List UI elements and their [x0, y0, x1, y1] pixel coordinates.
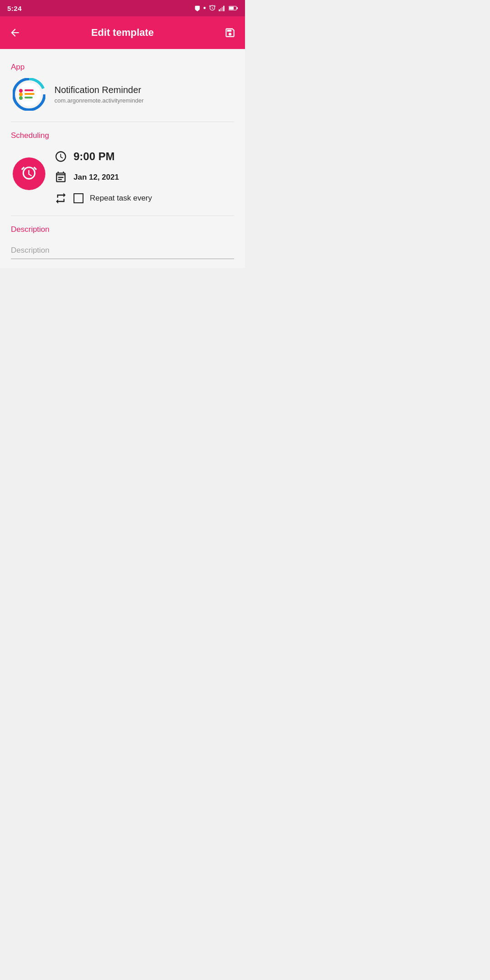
app-name: Notification Reminder: [54, 85, 144, 95]
svg-rect-7: [229, 7, 234, 10]
time-row[interactable]: 9:00 PM: [54, 150, 152, 163]
scheduling-section-label: Scheduling: [11, 131, 234, 140]
description-section: Description: [11, 225, 234, 259]
description-section-label: Description: [11, 225, 234, 234]
date-row[interactable]: Jan 12, 2021: [54, 171, 152, 184]
notification-icon: [194, 5, 201, 11]
svg-point-12: [19, 89, 23, 93]
dot-indicator: •: [203, 4, 206, 13]
svg-point-13: [19, 93, 23, 96]
app-row: Notification Reminder com.argonremote.ac…: [11, 78, 234, 111]
calendar-icon: [54, 171, 67, 184]
svg-rect-3: [220, 8, 221, 11]
app-icon: [13, 78, 45, 111]
repeat-checkbox[interactable]: [74, 193, 83, 203]
scheduling-details: 9:00 PM Jan 12, 2021 Repe: [54, 147, 152, 205]
repeat-row[interactable]: Repeat task every: [54, 192, 152, 205]
alarm-fab[interactable]: [13, 157, 45, 190]
battery-icon: [229, 5, 238, 11]
app-package: com.argonremote.activityreminder: [54, 97, 144, 104]
svg-rect-0: [195, 6, 200, 10]
toolbar: Edit template: [0, 16, 245, 49]
svg-rect-8: [237, 7, 238, 9]
app-section-label: App: [11, 63, 234, 72]
save-button[interactable]: [224, 27, 236, 39]
alarm-icon: [209, 5, 216, 12]
time-value: 9:00 PM: [74, 150, 115, 163]
status-icons: •: [194, 4, 238, 13]
back-button[interactable]: [9, 27, 21, 39]
svg-rect-17: [24, 97, 33, 98]
svg-rect-16: [24, 93, 34, 95]
content-area: App Notification Reminder: [0, 49, 245, 268]
svg-rect-4: [222, 7, 223, 11]
svg-marker-1: [195, 10, 200, 11]
repeat-label: Repeat task every: [90, 194, 152, 203]
divider-1: [11, 122, 234, 122]
svg-rect-2: [219, 10, 220, 11]
svg-rect-15: [24, 89, 34, 91]
page-title: Edit template: [91, 27, 154, 39]
description-input[interactable]: [11, 242, 234, 259]
date-value: Jan 12, 2021: [74, 173, 119, 182]
divider-2: [11, 216, 234, 216]
repeat-icon: [54, 192, 67, 205]
app-info: Notification Reminder com.argonremote.ac…: [54, 85, 144, 104]
svg-rect-5: [223, 6, 225, 11]
scheduling-card: 9:00 PM Jan 12, 2021 Repe: [11, 147, 234, 205]
signal-icon: [219, 5, 226, 11]
status-bar: 5:24 •: [0, 0, 245, 16]
clock-icon: [54, 150, 67, 163]
svg-point-14: [19, 96, 23, 100]
status-time: 5:24: [7, 5, 22, 12]
